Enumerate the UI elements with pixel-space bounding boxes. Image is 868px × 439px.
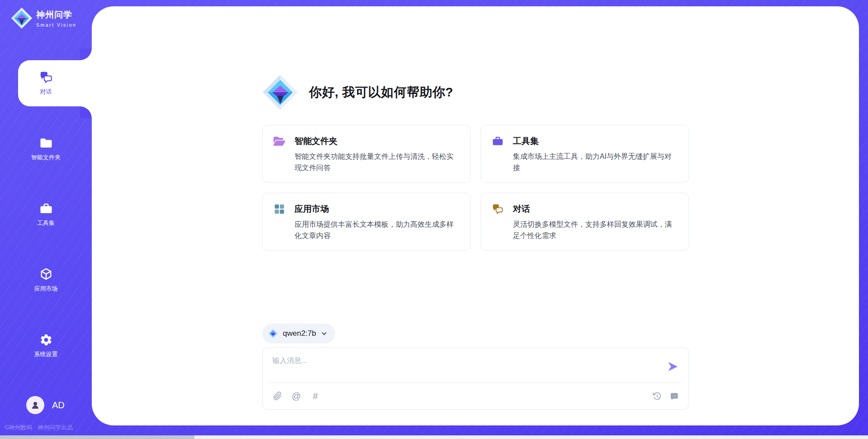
hashtag-icon[interactable]: # bbox=[311, 391, 321, 401]
sidebar-item-label: 系统设置 bbox=[34, 350, 58, 358]
card-description: 集成市场上主流工具，助力AI与外界无缝扩展与对接 bbox=[513, 151, 678, 174]
sidebar-item-settings[interactable]: 系统设置 bbox=[0, 323, 92, 369]
sidebar-item-chat[interactable]: 对话 bbox=[0, 60, 92, 106]
cube-icon bbox=[39, 267, 53, 281]
send-icon[interactable] bbox=[667, 361, 679, 372]
sidebar-nav: 对话 智能文件夹 工具集 应用市场 bbox=[0, 60, 92, 388]
history-icon[interactable] bbox=[652, 391, 662, 401]
horizontal-scrollbar-thumb[interactable] bbox=[0, 435, 194, 439]
chat-bubbles-icon bbox=[492, 203, 504, 215]
sidebar-footer: ©神州数码 · 神州问学出品 bbox=[5, 424, 73, 432]
card-title: 对话 bbox=[513, 203, 530, 215]
card-smart-folder[interactable]: 智能文件夹 智能文件夹功能支持批量文件上传与清洗，轻松实现文件问答 bbox=[262, 125, 471, 183]
active-item-background bbox=[18, 60, 92, 106]
card-description: 应用市场提供丰富长文本模板，助力高效生成多样化文章内容 bbox=[295, 219, 459, 242]
brand: 神州问学 Smart Vision bbox=[11, 7, 76, 29]
sidebar-item-label: 应用市场 bbox=[34, 285, 58, 293]
chat-bubbles-icon bbox=[39, 71, 53, 84]
card-title: 智能文件夹 bbox=[295, 135, 338, 147]
brand-tagline: Smart Vision bbox=[36, 22, 76, 28]
brand-text: 神州问学 Smart Vision bbox=[36, 9, 76, 28]
message-composer: @ # bbox=[262, 348, 689, 410]
user-account[interactable]: AD bbox=[26, 396, 65, 414]
composer-toolbar: @ # bbox=[273, 383, 679, 409]
toolbox-icon bbox=[39, 202, 53, 215]
attachment-icon[interactable] bbox=[273, 391, 283, 401]
horizontal-scrollbar[interactable] bbox=[0, 435, 868, 439]
composer-toolbar-right bbox=[652, 391, 679, 401]
brand-logo-icon bbox=[11, 7, 33, 29]
model-logo-icon bbox=[268, 328, 278, 339]
card-description: 智能文件夹功能支持批量文件上传与清洗，轻松实现文件问答 bbox=[295, 151, 459, 174]
card-title: 应用市场 bbox=[295, 203, 329, 215]
sidebar-item-smart-folder[interactable]: 智能文件夹 bbox=[0, 126, 92, 172]
greeting-text: 你好, 我可以如何帮助你? bbox=[309, 84, 453, 101]
avatar bbox=[26, 396, 44, 414]
feature-cards: 智能文件夹 智能文件夹功能支持批量文件上传与清洗，轻松实现文件问答 工具集 集 bbox=[262, 125, 689, 251]
sidebar-item-toolset[interactable]: 工具集 bbox=[0, 191, 92, 238]
card-app-market[interactable]: 应用市场 应用市场提供丰富长文本模板，助力高效生成多样化文章内容 bbox=[262, 193, 471, 251]
sidebar: 神州问学 Smart Vision 对话 智能文件夹 工具集 bbox=[0, 0, 92, 439]
sidebar-item-app-market[interactable]: 应用市场 bbox=[0, 257, 92, 303]
user-initials: AD bbox=[52, 400, 65, 410]
model-selector[interactable]: qwen2:7b bbox=[262, 324, 335, 344]
model-name: qwen2:7b bbox=[283, 329, 316, 338]
feedback-bubble-icon[interactable] bbox=[670, 391, 679, 401]
assistant-logo-icon bbox=[262, 74, 298, 110]
mention-icon[interactable]: @ bbox=[292, 391, 302, 401]
brand-name: 神州问学 bbox=[36, 9, 76, 21]
grid-icon bbox=[274, 203, 285, 215]
folder-open-icon bbox=[274, 135, 285, 147]
card-title: 工具集 bbox=[513, 135, 539, 147]
card-description: 灵活切换多模型文件，支持多样回复效果调试，满足个性化需求 bbox=[513, 219, 678, 242]
toolbox-icon bbox=[492, 135, 504, 147]
chevron-down-icon bbox=[321, 330, 328, 337]
sidebar-item-label: 工具集 bbox=[37, 219, 55, 227]
person-icon bbox=[30, 400, 41, 410]
folder-icon bbox=[39, 136, 53, 150]
sidebar-item-label: 智能文件夹 bbox=[31, 153, 61, 162]
main-area: 你好, 我可以如何帮助你? 智能文件夹 智能文件夹功能支持批量文件上传与清洗，轻… bbox=[92, 6, 859, 425]
greeting: 你好, 我可以如何帮助你? bbox=[262, 74, 689, 110]
card-chat[interactable]: 对话 灵活切换多模型文件，支持多样回复效果调试，满足个性化需求 bbox=[481, 193, 689, 251]
sidebar-item-label: 对话 bbox=[40, 88, 52, 96]
gear-icon bbox=[39, 333, 53, 347]
card-toolset[interactable]: 工具集 集成市场上主流工具，助力AI与外界无缝扩展与对接 bbox=[481, 125, 689, 183]
message-input[interactable] bbox=[263, 348, 689, 381]
